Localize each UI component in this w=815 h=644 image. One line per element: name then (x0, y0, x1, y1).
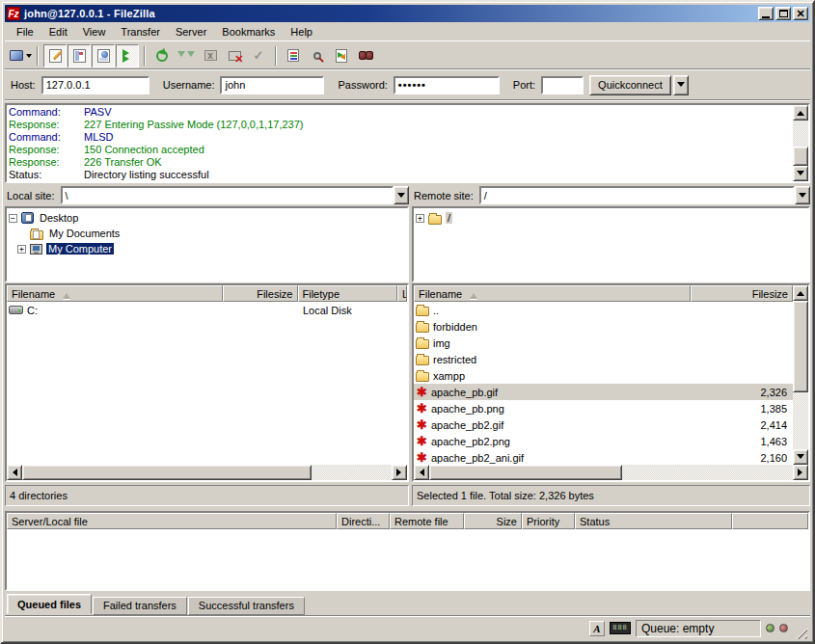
expand-icon[interactable]: + (416, 214, 424, 223)
remote-file-row[interactable]: ✱apache_pb2_ani.gif2,160 (414, 449, 793, 465)
scrollbar-track[interactable] (312, 465, 392, 480)
sort-ascending-icon (470, 289, 477, 299)
synchronized-browsing-button[interactable] (330, 44, 353, 67)
scrollbar-thumb[interactable] (22, 465, 312, 480)
remote-site-dropdown-button[interactable] (795, 186, 810, 204)
scroll-right-button[interactable] (392, 465, 407, 480)
remote-file-row-selected[interactable]: ✱apache_pb.gif2,326 (414, 384, 793, 400)
receive-activity-led-icon (766, 624, 774, 632)
search-button[interactable] (306, 44, 329, 67)
local-site-value: \ (66, 190, 68, 201)
remote-file-row[interactable]: img (414, 335, 793, 351)
tab-queued-files[interactable]: Queued files (7, 594, 92, 614)
password-input[interactable]: •••••• (394, 76, 500, 94)
close-button[interactable]: ✕ (793, 7, 808, 20)
speed-limit-indicator-icon[interactable]: 888 (610, 622, 631, 634)
scrollbar-thumb[interactable] (429, 465, 622, 480)
site-manager-button[interactable] (9, 44, 32, 67)
scroll-left-button[interactable] (414, 465, 429, 480)
scrollbar-track[interactable] (793, 121, 808, 166)
tree-item-label: / (446, 212, 452, 224)
remote-site-combobox[interactable]: / (479, 186, 795, 204)
quickconnect-dropdown-button[interactable] (673, 75, 689, 95)
window-title: john@127.0.0.1 - FileZilla (24, 8, 756, 19)
remote-file-row[interactable]: ✱apache_pb.png1,385 (414, 400, 793, 416)
remote-file-row[interactable]: restricted (414, 351, 793, 367)
cancel-operation-button[interactable]: x (199, 44, 222, 67)
tree-item-my-computer[interactable]: + My Computer (9, 241, 407, 256)
quickconnect-button[interactable]: Quickconnect (589, 75, 671, 95)
local-site-combobox[interactable]: \ (61, 186, 394, 204)
collapse-icon[interactable]: − (9, 214, 17, 223)
toggle-local-tree-button[interactable] (68, 44, 91, 67)
scroll-up-button[interactable] (793, 105, 808, 121)
log-vertical-scrollbar[interactable] (793, 105, 808, 181)
scroll-left-button[interactable] (7, 465, 22, 480)
column-filesize[interactable]: Filesize (691, 285, 793, 302)
remote-file-row[interactable]: forbidden (414, 318, 793, 335)
column-last-modified[interactable]: L (397, 285, 407, 302)
maximize-button[interactable] (775, 7, 791, 20)
column-filename[interactable]: Filename (7, 285, 223, 302)
expand-icon[interactable]: + (17, 245, 26, 254)
menu-bookmarks[interactable]: Bookmarks (214, 24, 283, 40)
menu-server[interactable]: Server (168, 24, 214, 40)
column-filetype[interactable]: Filetype (298, 285, 398, 302)
remote-file-row[interactable]: xampp (414, 367, 793, 384)
column-priority[interactable]: Priority (522, 513, 575, 529)
refresh-button[interactable] (150, 44, 174, 67)
column-filesize[interactable]: Filesize (223, 285, 298, 302)
remote-file-row[interactable]: .. (414, 302, 793, 318)
scrollbar-track[interactable] (793, 301, 808, 449)
column-direction[interactable]: Directi... (337, 513, 390, 529)
menu-edit[interactable]: Edit (41, 24, 75, 40)
title-bar[interactable]: Fz john@127.0.0.1 - FileZilla ✕ (5, 5, 810, 22)
send-activity-led-icon (779, 624, 788, 632)
process-queue-button[interactable] (175, 44, 198, 67)
column-filename[interactable]: Filename (414, 285, 691, 302)
column-server-local-file[interactable]: Server/Local file (7, 513, 337, 529)
remote-file-row[interactable]: ✱apache_pb2.png1,463 (414, 433, 793, 449)
menu-transfer[interactable]: Transfer (113, 24, 168, 40)
local-site-dropdown-button[interactable] (394, 186, 409, 204)
scrollbar-thumb[interactable] (793, 301, 808, 392)
username-input[interactable]: john (220, 76, 324, 94)
menu-help[interactable]: Help (283, 24, 320, 40)
toggle-queue-button[interactable] (116, 44, 139, 67)
scroll-up-button[interactable] (793, 285, 808, 301)
local-horizontal-scrollbar[interactable] (7, 465, 407, 480)
tab-successful-transfers[interactable]: Successful transfers (188, 597, 305, 615)
scroll-down-button[interactable] (793, 449, 808, 465)
scroll-down-button[interactable] (793, 166, 808, 181)
remote-horizontal-scrollbar[interactable] (414, 465, 808, 480)
filter-button[interactable] (282, 44, 305, 67)
menu-view[interactable]: View (75, 24, 114, 40)
scroll-right-button[interactable] (793, 465, 808, 480)
column-size[interactable]: Size (464, 513, 522, 529)
find-files-button[interactable] (354, 44, 377, 67)
menu-file[interactable]: File (9, 24, 41, 40)
local-file-row[interactable]: C: Local Disk (7, 302, 407, 318)
remote-tree-icon (97, 49, 110, 63)
transfer-type-ascii-icon[interactable]: A (589, 621, 605, 636)
tree-item-desktop[interactable]: − Desktop (9, 210, 407, 226)
tree-item-root[interactable]: + / (416, 210, 808, 226)
folder-icon (416, 323, 429, 333)
toggle-message-log-button[interactable] (43, 44, 67, 67)
host-input[interactable]: 127.0.0.1 (41, 76, 149, 94)
column-status[interactable]: Status (575, 513, 732, 529)
remote-file-row[interactable]: ✱apache_pb2.gif2,414 (414, 416, 793, 433)
scrollbar-track[interactable] (622, 465, 793, 480)
column-remote-file[interactable]: Remote file (390, 513, 464, 529)
tree-item-my-documents[interactable]: My Documents (9, 226, 407, 241)
remote-vertical-scrollbar[interactable] (793, 285, 808, 465)
port-input[interactable] (541, 76, 584, 94)
scrollbar-thumb[interactable] (793, 147, 808, 166)
file-name: forbidden (433, 321, 477, 333)
minimize-button[interactable] (758, 7, 774, 20)
resize-grip[interactable] (793, 625, 807, 639)
disconnect-button[interactable]: ✕ (223, 44, 246, 67)
tab-failed-transfers[interactable]: Failed transfers (93, 597, 187, 615)
reconnect-button[interactable]: ✓ (247, 44, 270, 67)
toggle-remote-tree-button[interactable] (92, 44, 115, 67)
